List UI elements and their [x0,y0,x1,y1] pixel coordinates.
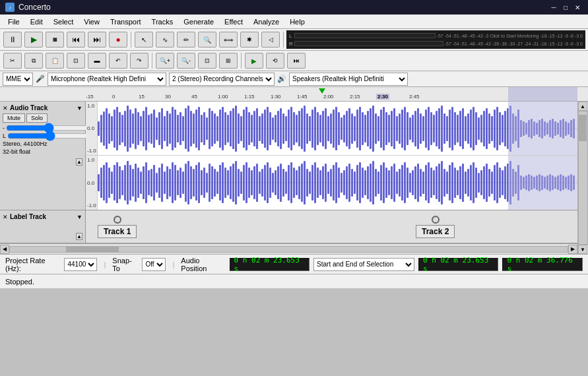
select-tool[interactable]: ↖ [135,32,153,47]
close-button[interactable]: ✕ [572,2,583,13]
silence-button[interactable]: ▬ [88,53,106,69]
cut-button[interactable]: ✂ [3,53,22,69]
svg-rect-319 [457,170,459,195]
zoom-tool[interactable]: 🔍 [198,32,216,47]
envelope-tool[interactable]: ∿ [156,32,174,47]
scrollbar-thumb[interactable] [66,247,119,252]
svg-rect-260 [301,164,303,202]
menu-analyze[interactable]: Analyze [248,16,284,27]
menu-edit[interactable]: Edit [25,16,48,27]
copy-button[interactable]: ⧉ [24,53,43,69]
microphone-select[interactable]: Microphone (Realtek High Defini [48,73,166,86]
fit-button[interactable]: ⊡ [198,53,216,69]
menu-view[interactable]: View [79,16,105,27]
menu-effect[interactable]: Effect [219,16,248,27]
pause-button[interactable]: ⏸ [3,32,22,47]
scroll-down-btn[interactable]: ▼ [578,245,587,254]
timeline-ruler[interactable]: -15 0 15 30 45 1:00 1:15 1:30 1:45 2:00 … [0,87,588,102]
zoom-out-button[interactable]: 🔍- [177,53,195,69]
svg-rect-102 [364,115,366,142]
redo-button[interactable]: ↷ [130,53,148,69]
menu-help[interactable]: Help [284,16,310,27]
label-track-name: Label Track [10,213,77,220]
audio-collapse-btn[interactable]: ▲ [76,158,82,166]
svg-rect-105 [372,106,374,152]
speaker-select[interactable]: Speakers (Realtek High Definiti [289,73,408,86]
snap-select[interactable]: Off [142,258,166,271]
project-rate-select[interactable]: 44100 [64,258,97,271]
waveform-2-canvas [98,156,577,210]
play-button[interactable]: ▶ [24,32,43,47]
scrollbar-track[interactable] [9,246,568,253]
audio-track-dropdown[interactable]: ▼ [77,105,82,111]
track2-handle[interactable] [432,216,440,224]
maximize-button[interactable]: □ [560,2,571,13]
time-shift-tool[interactable]: ⟺ [219,32,238,47]
svg-rect-209 [166,166,168,199]
prev-button[interactable]: ⏮ [67,32,85,47]
stop-button[interactable]: ■ [46,32,64,47]
undo-button[interactable]: ↶ [109,53,127,69]
svg-rect-248 [269,168,271,198]
track1-handle[interactable] [114,216,121,224]
play-green[interactable]: ▶ [245,53,263,69]
audio-track-close[interactable]: ✕ [3,105,8,111]
label-track-area[interactable]: Track 1 Track 2 [86,210,577,243]
minimize-button[interactable]: ─ [548,2,559,13]
svg-rect-281 [356,165,358,201]
menu-transport[interactable]: Transport [105,16,147,27]
ruler-tick-45: 45 [191,94,197,100]
label-track-row: ✕ Label Track ▼ ▲ Track 1 Track 2 [0,210,577,243]
svg-rect-324 [470,165,472,201]
waveform-channel-1: 1.0 0.0 -1.0 [86,102,577,156]
svg-rect-119 [409,117,411,140]
svg-rect-288 [375,169,377,197]
svg-rect-273 [335,162,337,203]
pencil-tool[interactable]: ✏ [177,32,195,47]
svg-rect-131 [441,106,443,152]
label-collapse-btn[interactable]: ▲ [76,233,82,240]
zoom-sel-button[interactable]: ⊞ [219,53,238,69]
record-button[interactable]: ● [109,32,127,47]
audio-waveform-area[interactable]: 1.0 0.0 -1.0 [86,102,577,210]
menu-tracks[interactable]: Tracks [147,16,179,27]
menu-select[interactable]: Select [48,16,79,27]
svg-rect-118 [407,112,408,145]
solo-button[interactable]: Solo [26,113,48,123]
h-scrollbar[interactable]: ◀ ▶ [0,243,577,254]
next-button[interactable]: ⏭ [88,32,106,47]
menu-generate[interactable]: Generate [178,16,219,27]
pan-slider[interactable] [7,133,92,139]
label-track-dropdown[interactable]: ▼ [77,214,82,220]
trim-button[interactable]: ⊡ [67,53,85,69]
label-track-close[interactable]: ✕ [3,214,8,220]
divider-2 [283,32,284,47]
zoom-in-button[interactable]: 🔍+ [156,53,174,69]
skip-button[interactable]: ⏭ [287,53,306,69]
svg-rect-38 [195,110,197,148]
scroll-left-btn[interactable]: ◀ [0,245,9,254]
loop-button[interactable]: ⟲ [266,53,284,69]
paste-button[interactable]: 📋 [46,53,64,69]
scroll-right-btn[interactable]: ▶ [568,245,577,254]
svg-rect-261 [304,161,306,204]
multi-tool[interactable]: ✱ [240,32,259,47]
snap-label: Snap-To [112,257,138,272]
menu-file[interactable]: File [3,16,25,27]
svg-rect-219 [193,169,195,197]
svg-rect-257 [293,168,295,198]
mute-button[interactable]: Mute [3,113,25,123]
ruler-tick-30: 30 [165,94,171,100]
svg-rect-16 [137,112,139,145]
svg-rect-84 [317,112,319,145]
v-scroll-track[interactable] [578,111,588,245]
scroll-up-btn[interactable]: ▲ [578,102,587,111]
audio-host-select[interactable]: MME [3,73,33,86]
channels-select[interactable]: 2 (Stereo) Recording Channels [169,73,275,86]
v-scroll-thumb[interactable] [579,115,587,141]
svg-rect-31 [177,115,179,142]
selection-type-select[interactable]: Start and End of Selection [313,258,414,271]
svg-rect-78 [301,108,303,149]
v-scrollbar: ▲ ▼ [577,102,588,254]
volume-tool[interactable]: ◁ [261,32,280,47]
